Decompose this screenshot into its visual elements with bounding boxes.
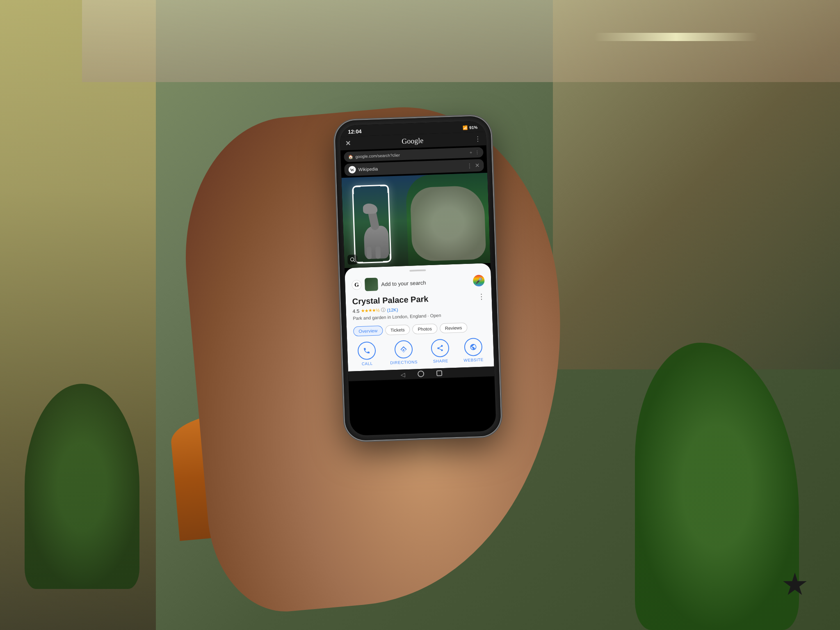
add-tab-button[interactable]: + (470, 150, 472, 155)
phone-wrapper: 12:04 📶 91% ✕ Google ⋮ 🏠 (335, 115, 502, 441)
nav-home-button[interactable] (417, 370, 424, 377)
call-icon-circle (357, 341, 376, 360)
share-icon-circle (431, 339, 450, 357)
battery-text: 91% (469, 125, 477, 130)
directions-icon-circle (394, 340, 413, 359)
chrome-menu-button[interactable]: ⋮ (475, 135, 482, 143)
scan-corner-br (383, 254, 391, 262)
rating-stars: ★★★★½ (361, 307, 379, 314)
scan-corner-tl (352, 186, 361, 194)
svg-point-0 (350, 257, 354, 261)
chrome-close-button[interactable]: ✕ (345, 139, 351, 147)
directions-label: DIRECTIONS (390, 360, 418, 365)
dino-right-sculpture (410, 185, 486, 261)
call-label: CALL (362, 361, 373, 366)
url-lock-icon: 🏠 (348, 154, 353, 159)
wikipedia-dots-button[interactable]: ⋮ (466, 162, 472, 169)
bottom-sheet: G Add to your search 🎤 Crystal Palace Pa… (345, 263, 494, 371)
share-label: SHARE (433, 358, 448, 363)
search-thumbnail (365, 277, 378, 291)
call-button[interactable]: CALL (357, 341, 376, 366)
more-options-button[interactable]: ⋮ (477, 292, 485, 301)
tab-overview[interactable]: Overview (353, 325, 383, 336)
directions-button[interactable]: DIRECTIONS (390, 340, 418, 365)
tab-menu-button[interactable]: ⋮ (475, 149, 479, 155)
tab-tickets[interactable]: Tickets (385, 324, 410, 335)
sheet-handle (409, 269, 426, 271)
action-buttons: CALL DIRECTIONS (347, 334, 494, 371)
website-button[interactable]: WEBSITE (463, 337, 484, 362)
place-name: Crystal Palace Park (352, 294, 428, 306)
dinosaur-image (341, 172, 490, 268)
phone-screen: 12:04 📶 91% ✕ Google ⋮ 🏠 (340, 121, 496, 436)
review-count[interactable]: (12K) (387, 307, 398, 312)
website-icon-circle (464, 337, 483, 356)
google-logo: G (352, 279, 362, 290)
chrome-google-title: Google (354, 135, 472, 147)
status-icons: 📶 91% (463, 125, 477, 130)
phone-frame: 12:04 📶 91% ✕ Google ⋮ 🏠 (335, 115, 502, 441)
tab-reviews[interactable]: Reviews (439, 322, 467, 333)
signal-icon: 📶 (463, 125, 468, 130)
wikipedia-label: Wikipedia (358, 163, 464, 172)
lens-scan-frame (352, 184, 392, 263)
status-time: 12:04 (348, 128, 362, 135)
website-label: WEBSITE (463, 357, 484, 362)
tab-photos[interactable]: Photos (412, 323, 437, 334)
nav-back-button[interactable]: ◁ (400, 371, 405, 378)
dino-scene (341, 172, 490, 268)
wikipedia-close-button[interactable]: ✕ (475, 162, 480, 168)
rating-number: 4.5 (352, 308, 359, 314)
url-text: google.com/search?clier (355, 150, 467, 159)
url-bar-actions: + ⋮ (470, 149, 479, 155)
place-info: Crystal Palace Park ⋮ 4.5 ★★★★½ ⓘ (12K) … (345, 290, 492, 324)
svg-line-1 (354, 260, 355, 261)
nav-recents-button[interactable] (436, 370, 442, 376)
scan-corner-tr (380, 185, 389, 193)
share-button[interactable]: SHARE (431, 339, 450, 363)
search-text: Add to your search (381, 278, 470, 287)
mic-icon[interactable]: 🎤 (473, 275, 485, 286)
lens-icon[interactable] (347, 254, 358, 265)
wikipedia-icon: W (348, 166, 356, 174)
rating-info-icon: ⓘ (381, 307, 386, 313)
